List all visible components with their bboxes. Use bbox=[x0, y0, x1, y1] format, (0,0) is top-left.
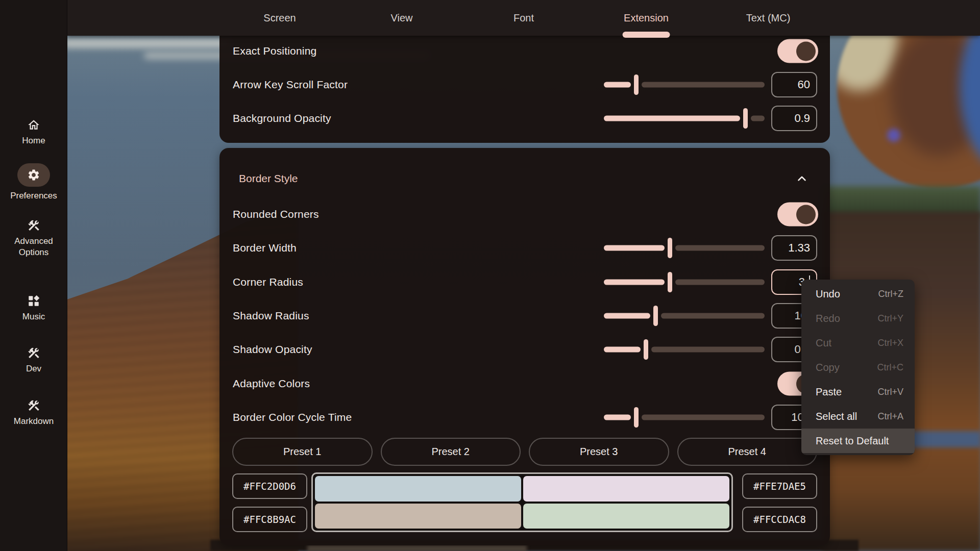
slider-handle[interactable] bbox=[634, 74, 639, 95]
active-item-pill bbox=[17, 163, 50, 187]
sidebar-item-markdown[interactable]: Markdown bbox=[0, 399, 67, 427]
slider-handle[interactable] bbox=[668, 238, 672, 258]
setting-row-arrow-key-scroll-factor: Arrow Key Scroll Factor 60 bbox=[219, 72, 830, 97]
context-menu: Undo Ctrl+Z Redo Ctrl+Y Cut Ctrl+X Copy … bbox=[801, 280, 915, 455]
shadow-radius-slider[interactable] bbox=[604, 306, 765, 326]
border-width-slider[interactable] bbox=[604, 238, 765, 258]
preset-button-row: Preset 1 Preset 2 Preset 3 Preset 4 bbox=[232, 438, 817, 466]
tab-screen[interactable]: Screen bbox=[263, 0, 296, 36]
setting-row-border-color-cycle-time: Border Color Cycle Time 100 bbox=[219, 405, 830, 430]
slider-handle[interactable] bbox=[653, 306, 658, 326]
setting-row-shadow-opacity: Shadow Opacity 0.2 bbox=[219, 337, 830, 362]
setting-label: Shadow Radius bbox=[233, 310, 309, 322]
sidebar-item-dev[interactable]: Dev bbox=[0, 346, 67, 374]
context-menu-item-reset-to-default[interactable]: Reset to Default bbox=[801, 429, 915, 453]
color-swatch-top-right[interactable] bbox=[523, 476, 729, 502]
planet bbox=[837, 36, 980, 189]
sidebar-item-music[interactable]: Music bbox=[0, 294, 67, 322]
slider-track bbox=[675, 245, 765, 251]
slider-fill bbox=[604, 415, 631, 420]
sidebar-item-advanced-options[interactable]: Advanced Options bbox=[0, 219, 67, 258]
preset-2-button[interactable]: Preset 2 bbox=[381, 438, 521, 466]
context-menu-item-cut: Cut Ctrl+X bbox=[801, 331, 915, 355]
setting-label: Adaptive Colors bbox=[233, 378, 310, 390]
slider-handle[interactable] bbox=[743, 108, 748, 129]
context-menu-item-copy: Copy Ctrl+C bbox=[801, 355, 915, 380]
chevron-up-icon[interactable] bbox=[795, 172, 808, 185]
tab-font[interactable]: Font bbox=[513, 0, 534, 36]
color-code-input-top-left[interactable]: #FFC2D0D6 bbox=[232, 473, 307, 499]
slider-handle[interactable] bbox=[668, 272, 672, 292]
border-color-cycle-time-slider[interactable] bbox=[604, 407, 765, 428]
preset-4-button[interactable]: Preset 4 bbox=[677, 438, 818, 466]
border-style-section-header[interactable]: Border Style bbox=[219, 166, 830, 191]
setting-row-corner-radius: Corner Radius 3. bbox=[219, 269, 830, 295]
color-swatch-top-left[interactable] bbox=[315, 476, 521, 502]
slider-track bbox=[675, 280, 765, 285]
background-opacity-slider[interactable] bbox=[604, 108, 765, 129]
tab-bar: Screen View Font Extension Text (MC) bbox=[67, 0, 980, 36]
arrow-key-scroll-factor-value-input[interactable]: 60 bbox=[771, 72, 817, 97]
slider-track bbox=[751, 116, 765, 121]
setting-label: Corner Radius bbox=[233, 276, 303, 288]
slider-fill bbox=[604, 245, 665, 251]
color-code-input-bottom-right[interactable]: #FFCCDAC8 bbox=[742, 507, 817, 532]
context-menu-item-paste[interactable]: Paste Ctrl+V bbox=[801, 380, 915, 404]
slider-fill bbox=[604, 82, 631, 88]
tab-view[interactable]: View bbox=[391, 0, 413, 36]
category-icon bbox=[27, 294, 40, 308]
slider-fill bbox=[604, 280, 665, 285]
tools-icon bbox=[27, 346, 40, 360]
arrow-key-scroll-factor-slider[interactable] bbox=[604, 74, 765, 95]
color-code-input-bottom-left[interactable]: #FFC8B9AC bbox=[232, 507, 307, 532]
tools-icon bbox=[27, 219, 40, 232]
toggle-knob bbox=[796, 205, 816, 224]
sidebar-item-preferences[interactable]: Preferences bbox=[0, 163, 67, 202]
exact-positioning-toggle[interactable] bbox=[777, 39, 818, 63]
home-icon bbox=[27, 118, 40, 132]
color-swatch-grid bbox=[311, 472, 733, 532]
setting-label: Arrow Key Scroll Factor bbox=[233, 79, 348, 91]
context-menu-item-undo[interactable]: Undo Ctrl+Z bbox=[801, 282, 915, 306]
setting-row-rounded-corners: Rounded Corners bbox=[219, 202, 830, 227]
rounded-corners-toggle[interactable] bbox=[777, 203, 818, 227]
sidebar-item-home[interactable]: Home bbox=[0, 118, 67, 146]
slider-handle[interactable] bbox=[634, 407, 639, 428]
setting-row-exact-positioning: Exact Positioning bbox=[219, 38, 830, 64]
context-menu-item-redo: Redo Ctrl+Y bbox=[801, 306, 915, 331]
tab-extension[interactable]: Extension bbox=[624, 0, 669, 36]
slider-track bbox=[642, 415, 765, 420]
slider-fill bbox=[604, 347, 641, 353]
setting-label: Background Opacity bbox=[233, 112, 331, 124]
sidebar: Home Preferences Advanced Options Music … bbox=[0, 0, 67, 551]
setting-label: Shadow Opacity bbox=[233, 343, 312, 356]
setting-row-adaptive-colors: Adaptive Colors bbox=[219, 371, 830, 396]
setting-row-background-opacity: Background Opacity 0.9 bbox=[219, 106, 830, 131]
slider-track bbox=[651, 347, 765, 353]
cloud bbox=[67, 39, 231, 48]
setting-label: Border Color Cycle Time bbox=[233, 411, 352, 423]
slider-fill bbox=[604, 313, 650, 319]
color-code-input-top-right[interactable]: #FFE7DAE5 bbox=[742, 473, 817, 499]
tab-text-mc[interactable]: Text (MC) bbox=[746, 0, 791, 36]
preset-1-button[interactable]: Preset 1 bbox=[232, 438, 373, 466]
setting-row-shadow-radius: Shadow Radius 10. bbox=[219, 303, 830, 329]
active-tab-underline bbox=[623, 32, 670, 38]
corner-radius-slider[interactable] bbox=[604, 272, 765, 292]
setting-row-border-width: Border Width 1.33 bbox=[219, 235, 830, 261]
slider-fill bbox=[604, 116, 740, 121]
settings-card-general: Exact Positioning Arrow Key Scroll Facto… bbox=[219, 36, 830, 143]
tools-icon bbox=[27, 399, 40, 412]
setting-label: Rounded Corners bbox=[233, 208, 319, 220]
color-swatch-bottom-left[interactable] bbox=[315, 504, 521, 529]
context-menu-item-select-all[interactable]: Select all Ctrl+A bbox=[801, 404, 915, 429]
toggle-knob bbox=[796, 41, 816, 61]
background-opacity-value-input[interactable]: 0.9 bbox=[771, 106, 817, 131]
border-width-value-input[interactable]: 1.33 bbox=[771, 235, 817, 261]
preset-3-button[interactable]: Preset 3 bbox=[529, 438, 669, 466]
slider-track bbox=[642, 82, 765, 88]
color-swatch-bottom-right[interactable] bbox=[523, 504, 729, 529]
section-title: Border Style bbox=[239, 172, 298, 185]
slider-handle[interactable] bbox=[644, 339, 648, 360]
shadow-opacity-slider[interactable] bbox=[604, 339, 765, 360]
